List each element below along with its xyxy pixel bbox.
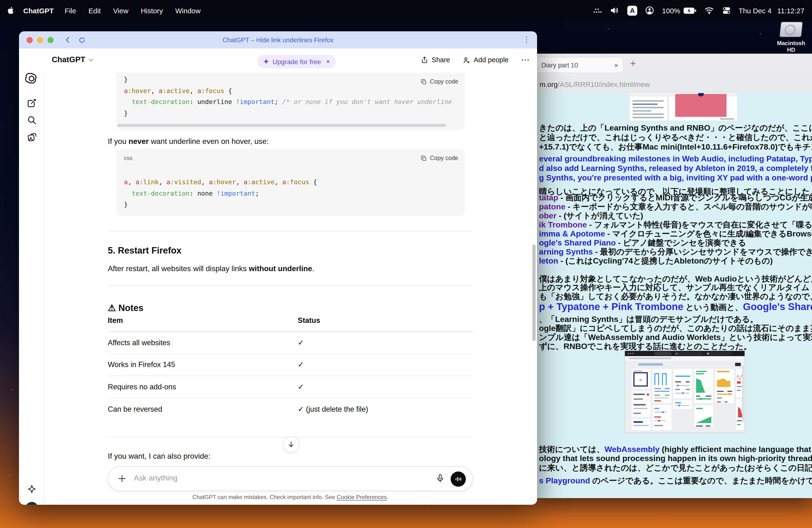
- browser-text-line: 、「Learning Synths」は冒頭のデモサンプルだけである。: [539, 314, 758, 324]
- page-link[interactable]: imma & Apotome: [539, 229, 605, 238]
- minimize-window-button[interactable]: [37, 37, 43, 43]
- attach-plus-icon[interactable]: [117, 474, 127, 485]
- apple-menu-icon[interactable]: [8, 6, 15, 15]
- status-cell: ✓: [298, 339, 473, 347]
- hard-drive-icon: [780, 22, 803, 37]
- page-link[interactable]: everal groundbreaking milestones in Web …: [539, 154, 812, 163]
- scroll-to-bottom-button[interactable]: [283, 436, 299, 453]
- sparkle-icon[interactable]: [19, 484, 44, 494]
- add-people-label: Add people: [474, 56, 509, 64]
- composer-placeholder[interactable]: Ask anything: [134, 474, 177, 482]
- input-source-icon[interactable]: A: [627, 5, 637, 15]
- zoom-window-button[interactable]: [47, 37, 54, 43]
- menubar-item-history[interactable]: History: [141, 6, 163, 14]
- page-link[interactable]: d also add Learning Synths, released by …: [539, 164, 812, 173]
- item-cell: Requires no add-ons: [108, 383, 298, 391]
- screenshot-sidebar-text: [633, 98, 664, 120]
- page-text: きたのは、上の「Learning Synths and RNBO」のページなのだ…: [539, 123, 812, 132]
- dots-status-icon[interactable]: [593, 6, 602, 14]
- upgrade-label: Upgrade for free: [273, 58, 321, 65]
- page-text: - 画面内でクリックするとMIDI音源でジングルを鳴らしつつCGが生成される: [558, 193, 812, 202]
- page-link[interactable]: patone: [539, 202, 565, 211]
- page-text: に来い、と誘導されたのは、どこかで見たことがあった(おそらくこの日記シリーズのど…: [539, 464, 812, 472]
- user-avatar[interactable]: Y: [26, 502, 38, 505]
- cookie-preferences-link[interactable]: Cookie Preferences: [337, 494, 387, 500]
- user-account-icon[interactable]: [645, 6, 654, 15]
- composer[interactable]: Ask anything: [108, 466, 473, 491]
- browser-text-line: s Playground のページである。ここは重要なので、またまた時間をかけて…: [539, 476, 812, 486]
- back-button[interactable]: [64, 36, 72, 44]
- share-button[interactable]: Share: [421, 56, 450, 64]
- page-link[interactable]: Google's Shared Piano + Learning: [743, 301, 812, 312]
- chat-scrollbar-thumb[interactable]: [532, 245, 536, 341]
- page-link[interactable]: arning Synths: [539, 247, 593, 256]
- conversation-more-icon[interactable]: ⋯: [521, 55, 530, 65]
- openai-logo-icon[interactable]: [19, 72, 44, 85]
- page-link[interactable]: leton: [539, 256, 558, 265]
- menubar-item-window[interactable]: Window: [175, 6, 201, 14]
- model-selector[interactable]: ChatGPT: [52, 55, 94, 64]
- code-line: text-decoration: underline !important; /…: [124, 97, 460, 107]
- code-language-label: css: [124, 155, 132, 161]
- control-center-icon[interactable]: [722, 6, 731, 15]
- page-link[interactable]: ik Trombone: [539, 220, 587, 229]
- reload-button[interactable]: [78, 36, 86, 43]
- menubar-item-file[interactable]: File: [64, 6, 76, 14]
- page-link[interactable]: p + Typatone + Pink Trombone: [539, 301, 683, 312]
- page-link[interactable]: ogle's Shared Piano: [539, 238, 616, 247]
- menubar-item-edit[interactable]: Edit: [89, 6, 101, 14]
- page-link[interactable]: g Synths, you're presented with a big, i…: [539, 173, 812, 182]
- dictate-mic-icon[interactable]: [435, 473, 445, 485]
- chatgpt-window: ChatGPT – Hide link underlines Firefox ⋮…: [19, 31, 537, 505]
- menubar-status-area: A 100% Thu Dec 4 11:12:27: [593, 5, 804, 15]
- notes-heading: ⚠ Notes: [108, 303, 473, 314]
- item-cell: Can be reversed: [108, 405, 298, 413]
- new-chat-icon[interactable]: [19, 98, 44, 108]
- page-link[interactable]: WebAssembly: [605, 445, 659, 454]
- window-more-icon[interactable]: ⋮: [523, 35, 531, 44]
- browser-text-line: と辿っただけで、これはじっくりやるべきだ・・・と確信したので、これからじっくりと…: [539, 132, 812, 143]
- search-icon[interactable]: [19, 115, 44, 126]
- volume-icon[interactable]: [610, 6, 620, 15]
- page-text: - ピアノ鍵盤でシンセを演奏できる: [616, 238, 746, 247]
- new-tab-button[interactable]: +: [630, 58, 636, 69]
- page-link[interactable]: ober: [539, 211, 556, 220]
- library-icon[interactable]: [19, 132, 44, 143]
- svg-text:u: u: [640, 378, 641, 382]
- browser-text-line: に来い、と誘導されたのは、どこかで見たことがあった(おそらくこの日記シリーズのど…: [539, 463, 812, 473]
- browser-text-line: leton - (これはCycling'74と提携したAbletonのサイトその…: [539, 256, 773, 266]
- battery-icon[interactable]: [683, 7, 696, 14]
- browser-text-line: ology that lets sound processing happen …: [539, 453, 812, 464]
- browser-text-line: ずに、RNBOでこれを実現する話に進むとのことだった。: [539, 341, 752, 351]
- url-bar[interactable]: m.org/ASL/RRR10/index.html#new: [537, 76, 812, 92]
- chatgpt-sidebar: Y: [19, 48, 45, 505]
- copy-code-button[interactable]: Copy code: [421, 155, 458, 161]
- chevron-down-icon: [88, 57, 94, 63]
- menubar-item-view[interactable]: View: [113, 6, 128, 14]
- tab-close-icon[interactable]: ×: [614, 61, 618, 69]
- voice-mode-button[interactable]: [451, 471, 466, 487]
- code-horizontal-scrollbar[interactable]: [117, 124, 446, 127]
- menubar-date[interactable]: Thu Dec 4: [739, 6, 771, 14]
- menu-bar: ChatGPT FileEditViewHistoryWindow A 100%…: [0, 0, 812, 21]
- wifi-icon[interactable]: [704, 6, 714, 14]
- upgrade-close-icon[interactable]: ×: [326, 58, 330, 65]
- page-link[interactable]: tatap: [539, 193, 558, 202]
- disclaimer-footer: ChatGPT can make mistakes. Check importa…: [108, 494, 473, 500]
- page-link[interactable]: s Playground: [539, 476, 590, 485]
- tab-diary-part-10[interactable]: Diary part 10 ×: [537, 57, 623, 73]
- add-people-button[interactable]: Add people: [462, 56, 509, 64]
- page-text: ずに、RNBOでこれを実現する話に進むとのことだった。: [539, 342, 752, 351]
- waveform-icon: [454, 475, 462, 483]
- person-add-icon: [462, 56, 470, 64]
- macintosh-hd-icon[interactable]: Macintosh HD: [777, 22, 806, 53]
- diamond-sparkle-icon: [263, 58, 269, 64]
- page-text: - マイクロチューニングを色々に生成/編集できるBrowser-basedツール: [605, 229, 812, 238]
- upgrade-banner[interactable]: Upgrade for free ×: [257, 55, 335, 68]
- window-titlebar[interactable]: ChatGPT – Hide link underlines Firefox ⋮: [19, 31, 537, 48]
- text: If you: [108, 137, 128, 145]
- share-label: Share: [432, 56, 450, 64]
- close-window-button[interactable]: [27, 37, 33, 43]
- menubar-app-name[interactable]: ChatGPT: [23, 6, 54, 14]
- firefox-window[interactable]: Diary part 10 × + m.org/ASL/RRR10/index.…: [537, 54, 812, 498]
